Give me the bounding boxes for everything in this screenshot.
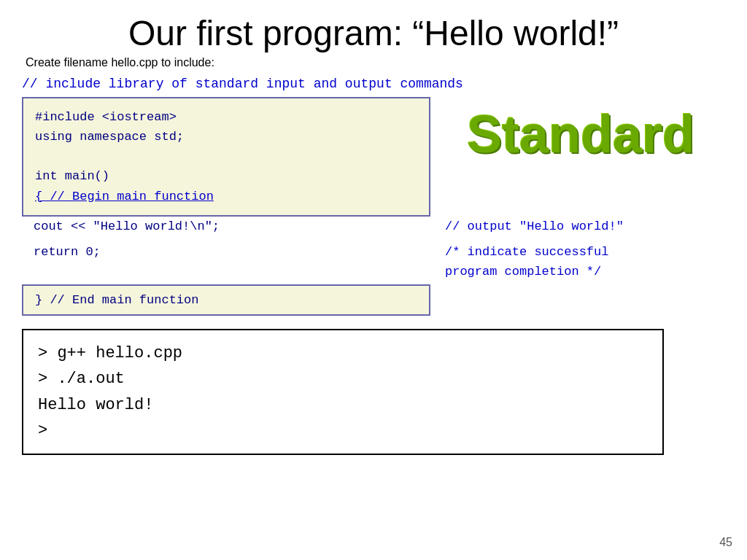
return-line-container: return 0; /* indicate successful program… — [22, 242, 725, 281]
terminal-line1: > g++ hello.cpp — [38, 341, 648, 366]
return-comment2: program completion */ — [445, 262, 608, 281]
begin-comment: { // Begin main function — [35, 190, 214, 203]
right-area: Standard — [445, 97, 725, 164]
terminal-line3: Hello world! — [38, 392, 648, 418]
return-comment1: /* indicate successful — [445, 242, 608, 262]
return-right: /* indicate successful program completio… — [430, 242, 608, 281]
return-left: return 0; — [22, 242, 430, 281]
main-title: Our first program: “Hello world!” — [22, 15, 725, 53]
code-line-include: #include <iostream> — [35, 107, 417, 127]
slide: Our first program: “Hello world!” Create… — [0, 0, 747, 560]
end-box-area: } // End main function — [22, 284, 725, 316]
cout-right: // output "Hello world!" — [430, 217, 624, 236]
terminal-box: > g++ hello.cpp > ./a.out Hello world! > — [22, 329, 664, 455]
code-line-begin: { // Begin main function — [35, 187, 417, 206]
cout-left: cout << "Hello world!\n"; — [22, 217, 430, 236]
code-line-using: using namespace std; — [35, 127, 417, 147]
include-comment: // include library of standard input and… — [22, 77, 725, 91]
code-box: #include <iostream> using namespace std;… — [22, 97, 430, 217]
terminal-line4: > — [38, 418, 648, 443]
cout-comment: // output "Hello world!" — [445, 219, 624, 233]
code-line-main: int main() — [35, 166, 417, 186]
terminal-line2: > ./a.out — [38, 366, 648, 392]
code-blank-line — [35, 147, 417, 166]
page-number: 45 — [719, 536, 732, 549]
cout-line-container: cout << "Hello world!\n"; // output "Hel… — [22, 217, 725, 236]
end-comment: } // End main function — [35, 293, 198, 307]
subtitle: Create filename hello.cpp to include: — [26, 56, 725, 69]
standard-label: Standard — [467, 104, 725, 164]
end-code-box: } // End main function — [22, 284, 430, 316]
